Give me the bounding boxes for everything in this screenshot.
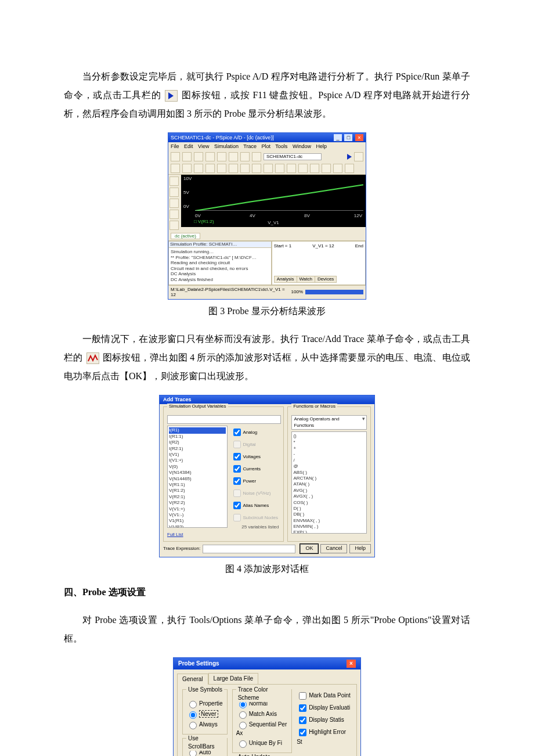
radio-tc-match[interactable]: Match Axis <box>236 710 288 719</box>
list-item[interactable]: I(R2:1) <box>169 446 226 452</box>
check-noise[interactable]: Noise (V²/Hz) <box>231 488 279 499</box>
probe-plot[interactable]: 10V 5V 0V 0V 4V 8V 12V □ V(R1:2) V_V1 <box>181 175 366 227</box>
toolbar-button[interactable] <box>182 164 192 173</box>
radio-never[interactable]: Never <box>186 710 223 719</box>
list-item[interactable]: V(N14465) <box>169 476 226 482</box>
toolbar-button[interactable] <box>217 164 226 173</box>
toolbar-button[interactable] <box>345 164 354 173</box>
functions-list[interactable]: () * + - / @ ABS( ) ARCTAN( ) ATAN( ) AV… <box>291 431 367 534</box>
toolbar-button[interactable] <box>240 164 250 173</box>
menu-window[interactable]: Window <box>293 143 311 149</box>
list-item[interactable]: I(R1) <box>169 427 226 433</box>
list-item[interactable]: V(V1:+) <box>169 506 226 512</box>
list-item[interactable]: - <box>293 451 365 457</box>
list-item[interactable]: AVG( ) <box>293 488 365 494</box>
list-item[interactable]: V(R1:1) <box>169 482 226 488</box>
profile-dropdown[interactable]: SCHEMATIC1-dc <box>264 153 322 160</box>
radio-tc-unique[interactable]: Unique By Fi <box>236 739 288 748</box>
toolbar-button[interactable] <box>217 152 226 161</box>
list-item[interactable]: V(R2:1) <box>169 494 226 500</box>
toolbar-button[interactable] <box>171 164 180 173</box>
check-currents[interactable]: Currents <box>231 463 279 474</box>
toolbar-button[interactable] <box>240 152 250 161</box>
check-display-stats[interactable]: Display Statis <box>297 715 352 726</box>
toolbar-button[interactable] <box>322 164 331 173</box>
menu-trace[interactable]: Trace <box>243 143 257 149</box>
close-button[interactable]: × <box>355 134 363 141</box>
radio-tc-seq[interactable]: Sequential Per Ax <box>236 720 288 737</box>
menu-edit[interactable]: Edit <box>184 143 193 149</box>
functions-combo[interactable]: Analog Operators and Functions <box>291 415 367 430</box>
help-button[interactable]: Help <box>349 544 371 553</box>
side-button[interactable] <box>169 199 179 208</box>
toolbar-button[interactable] <box>310 164 319 173</box>
list-item[interactable]: D( ) <box>293 506 365 512</box>
list-item[interactable]: I(V1) <box>169 452 226 458</box>
toolbar-button[interactable] <box>194 164 203 173</box>
toolbar-button[interactable] <box>229 164 238 173</box>
side-button[interactable] <box>169 177 179 186</box>
toolbar-button[interactable] <box>333 164 342 173</box>
toolbar-button[interactable] <box>275 164 284 173</box>
menu-plot[interactable]: Plot <box>262 143 271 149</box>
doc-tab-active[interactable]: dc (active) <box>171 233 200 240</box>
menu-view[interactable]: View <box>198 143 209 149</box>
toolbar-button[interactable] <box>354 152 363 161</box>
list-item[interactable]: I(R2) <box>169 440 226 445</box>
full-list-link[interactable]: Full List <box>167 532 280 538</box>
toolbar-button[interactable] <box>229 152 238 161</box>
check-analog[interactable]: Analog <box>231 427 279 438</box>
side-button[interactable] <box>169 188 179 197</box>
toolbar-button[interactable] <box>287 164 296 173</box>
toolbar-button[interactable] <box>194 152 203 161</box>
run-icon[interactable] <box>346 154 352 160</box>
check-alias[interactable]: Alias Names <box>231 500 279 511</box>
list-item[interactable]: DB( ) <box>293 512 365 517</box>
list-item[interactable]: * <box>293 440 365 445</box>
check-voltages[interactable]: Voltages <box>231 451 279 462</box>
check-power[interactable]: Power <box>231 476 279 487</box>
list-item[interactable]: V(R1:2) <box>169 488 226 494</box>
fig4-titlebar[interactable]: Add Traces <box>160 395 374 405</box>
toolbar-button[interactable] <box>264 164 273 173</box>
list-item[interactable]: I(R1:1) <box>169 434 226 440</box>
toolbar-button[interactable] <box>298 164 308 173</box>
menu-file[interactable]: File <box>171 143 179 149</box>
toolbar-button[interactable] <box>252 152 261 161</box>
list-item[interactable]: I(V1:+) <box>169 458 226 463</box>
menu-simulation[interactable]: Simulation <box>214 143 239 149</box>
toolbar-button[interactable] <box>171 152 180 161</box>
menu-help[interactable]: Help <box>316 143 327 149</box>
trace-expression-input[interactable] <box>203 545 295 553</box>
list-item[interactable]: ATAN( ) <box>293 481 365 487</box>
list-item[interactable]: V1(R2) <box>169 524 226 528</box>
list-item[interactable]: EXP( ) <box>293 530 365 534</box>
menu-tools[interactable]: Tools <box>275 143 287 149</box>
ok-button[interactable]: OK <box>300 544 318 553</box>
tab-devices[interactable]: Devices <box>315 276 337 283</box>
list-item[interactable]: COS( ) <box>293 500 365 506</box>
toolbar-button[interactable] <box>182 152 192 161</box>
list-item[interactable]: ENVMIN( , ) <box>293 524 365 530</box>
search-input[interactable] <box>167 415 281 424</box>
list-item[interactable]: / <box>293 458 365 463</box>
tab-large-data[interactable]: Large Data File <box>208 673 258 684</box>
log-left[interactable]: Simulation Profile: SCHEMATI… Simulation… <box>168 241 272 285</box>
toolbar-button[interactable] <box>252 164 261 173</box>
minimize-button[interactable]: _ <box>334 134 342 141</box>
list-item[interactable]: V(N14384) <box>169 470 226 476</box>
list-item[interactable]: V1(R1) <box>169 518 226 524</box>
radio-always[interactable]: Always <box>186 720 223 729</box>
close-button[interactable]: × <box>347 660 356 668</box>
variables-list[interactable]: I(R1) I(R1:1) I(R2) I(R2:1) I(V1) I(V1:+… <box>167 426 228 528</box>
tab-watch[interactable]: Watch <box>297 276 315 283</box>
check-digital[interactable]: Digital <box>231 439 279 450</box>
side-button[interactable] <box>169 221 179 230</box>
list-item[interactable]: V(0) <box>169 464 226 470</box>
check-subcircuit[interactable]: Subcircuit Nodes <box>231 512 279 523</box>
list-item[interactable]: V(V1:-) <box>169 512 226 518</box>
check-mark-data[interactable]: Mark Data Point <box>297 690 352 701</box>
list-item[interactable]: ARCTAN( ) <box>293 476 365 481</box>
radio-properties[interactable]: Propertie <box>186 699 223 708</box>
maximize-button[interactable]: □ <box>344 134 352 141</box>
